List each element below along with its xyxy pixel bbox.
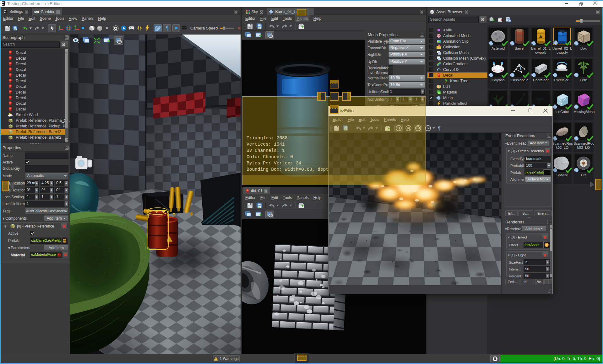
svg-text:ssi: ssi (582, 101, 586, 104)
svg-text:Me: Me (584, 96, 587, 99)
svg-text:Mi: Mi (579, 97, 582, 99)
